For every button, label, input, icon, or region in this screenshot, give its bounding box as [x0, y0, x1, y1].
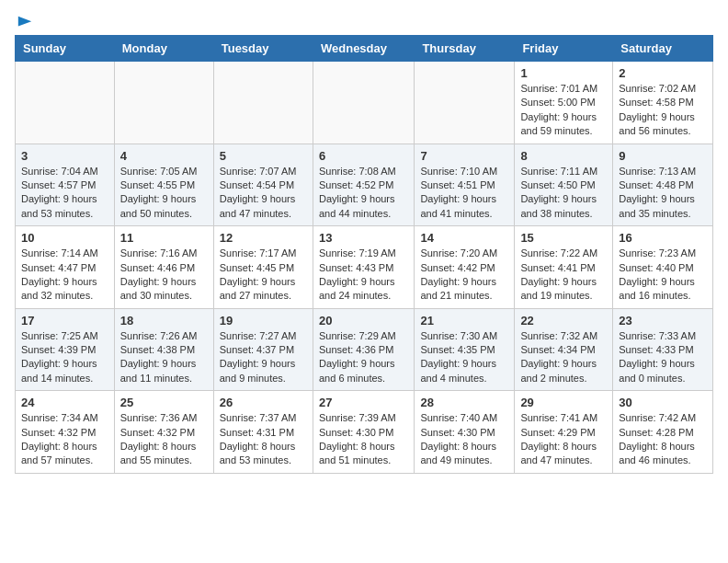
day-info: Sunrise: 7:16 AM Sunset: 4:46 PM Dayligh…: [120, 247, 208, 304]
day-info: Sunrise: 7:36 AM Sunset: 4:32 PM Dayligh…: [120, 411, 208, 468]
calendar-day-cell: 6Sunrise: 7:08 AM Sunset: 4:52 PM Daylig…: [313, 144, 414, 226]
day-number: 27: [319, 396, 408, 409]
day-number: 3: [21, 149, 108, 163]
weekday-header-monday: Monday: [114, 36, 213, 62]
day-number: 30: [619, 396, 707, 409]
day-info: Sunrise: 7:22 AM Sunset: 4:41 PM Dayligh…: [520, 247, 607, 304]
calendar-day-cell: 17Sunrise: 7:25 AM Sunset: 4:39 PM Dayli…: [16, 308, 115, 391]
day-info: Sunrise: 7:14 AM Sunset: 4:47 PM Dayligh…: [21, 247, 108, 304]
calendar-day-cell: 2Sunrise: 7:02 AM Sunset: 4:58 PM Daylig…: [613, 62, 713, 144]
calendar-day-cell: 8Sunrise: 7:11 AM Sunset: 4:50 PM Daylig…: [515, 144, 613, 226]
weekday-header-friday: Friday: [515, 36, 613, 62]
calendar-day-cell: 29Sunrise: 7:41 AM Sunset: 4:29 PM Dayli…: [515, 391, 613, 474]
day-info: Sunrise: 7:26 AM Sunset: 4:38 PM Dayligh…: [120, 329, 208, 386]
weekday-header-sunday: Sunday: [16, 36, 115, 62]
day-number: 7: [420, 149, 508, 163]
calendar-day-cell: 28Sunrise: 7:40 AM Sunset: 4:30 PM Dayli…: [415, 391, 515, 474]
calendar-day-cell: [16, 62, 115, 144]
day-number: 6: [319, 149, 408, 163]
logo: [15, 15, 33, 28]
day-number: 19: [220, 314, 307, 327]
calendar-day-cell: [313, 62, 414, 144]
day-number: 8: [520, 149, 607, 163]
calendar-day-cell: 13Sunrise: 7:19 AM Sunset: 4:43 PM Dayli…: [313, 226, 414, 309]
calendar-day-cell: [114, 62, 213, 144]
calendar-day-cell: [415, 62, 515, 144]
calendar-day-cell: 22Sunrise: 7:32 AM Sunset: 4:34 PM Dayli…: [515, 308, 613, 391]
calendar-day-cell: [213, 62, 313, 144]
calendar-table: SundayMondayTuesdayWednesdayThursdayFrid…: [15, 35, 713, 474]
day-info: Sunrise: 7:40 AM Sunset: 4:30 PM Dayligh…: [420, 411, 508, 468]
day-number: 22: [520, 314, 607, 327]
day-number: 16: [619, 231, 707, 245]
calendar-day-cell: 30Sunrise: 7:42 AM Sunset: 4:28 PM Dayli…: [613, 391, 713, 474]
day-info: Sunrise: 7:11 AM Sunset: 4:50 PM Dayligh…: [520, 165, 607, 222]
day-number: 24: [21, 396, 108, 409]
day-info: Sunrise: 7:07 AM Sunset: 4:54 PM Dayligh…: [220, 165, 307, 222]
day-info: Sunrise: 7:02 AM Sunset: 4:58 PM Dayligh…: [619, 82, 707, 139]
weekday-header-thursday: Thursday: [415, 36, 515, 62]
day-info: Sunrise: 7:30 AM Sunset: 4:35 PM Dayligh…: [420, 329, 508, 386]
calendar-day-cell: 27Sunrise: 7:39 AM Sunset: 4:30 PM Dayli…: [313, 391, 414, 474]
day-info: Sunrise: 7:34 AM Sunset: 4:32 PM Dayligh…: [21, 411, 108, 468]
calendar-day-cell: 21Sunrise: 7:30 AM Sunset: 4:35 PM Dayli…: [415, 308, 515, 391]
day-info: Sunrise: 7:23 AM Sunset: 4:40 PM Dayligh…: [619, 247, 707, 304]
day-info: Sunrise: 7:25 AM Sunset: 4:39 PM Dayligh…: [21, 329, 108, 386]
calendar-day-cell: 1Sunrise: 7:01 AM Sunset: 5:00 PM Daylig…: [515, 62, 613, 144]
calendar-day-cell: 9Sunrise: 7:13 AM Sunset: 4:48 PM Daylig…: [613, 144, 713, 226]
day-number: 26: [220, 396, 307, 409]
calendar-day-cell: 19Sunrise: 7:27 AM Sunset: 4:37 PM Dayli…: [213, 308, 313, 391]
calendar-day-cell: 16Sunrise: 7:23 AM Sunset: 4:40 PM Dayli…: [613, 226, 713, 309]
day-number: 2: [619, 66, 707, 80]
day-number: 13: [319, 231, 408, 245]
calendar-day-cell: 11Sunrise: 7:16 AM Sunset: 4:46 PM Dayli…: [114, 226, 213, 309]
day-info: Sunrise: 7:13 AM Sunset: 4:48 PM Dayligh…: [619, 165, 707, 222]
day-info: Sunrise: 7:19 AM Sunset: 4:43 PM Dayligh…: [319, 247, 408, 304]
calendar-week-row: 10Sunrise: 7:14 AM Sunset: 4:47 PM Dayli…: [16, 226, 713, 309]
svg-marker-0: [18, 17, 31, 27]
day-number: 18: [120, 314, 208, 327]
day-number: 11: [120, 231, 208, 245]
calendar-week-row: 1Sunrise: 7:01 AM Sunset: 5:00 PM Daylig…: [16, 62, 713, 144]
calendar-day-cell: 10Sunrise: 7:14 AM Sunset: 4:47 PM Dayli…: [16, 226, 115, 309]
day-number: 21: [420, 314, 508, 327]
day-number: 25: [120, 396, 208, 409]
day-number: 14: [420, 231, 508, 245]
calendar-day-cell: 5Sunrise: 7:07 AM Sunset: 4:54 PM Daylig…: [213, 144, 313, 226]
calendar-day-cell: 3Sunrise: 7:04 AM Sunset: 4:57 PM Daylig…: [16, 144, 115, 226]
weekday-header-tuesday: Tuesday: [213, 36, 313, 62]
day-number: 5: [220, 149, 307, 163]
logo-flag-icon: [17, 15, 33, 31]
day-info: Sunrise: 7:04 AM Sunset: 4:57 PM Dayligh…: [21, 165, 108, 222]
day-info: Sunrise: 7:27 AM Sunset: 4:37 PM Dayligh…: [220, 329, 307, 386]
calendar-week-row: 24Sunrise: 7:34 AM Sunset: 4:32 PM Dayli…: [16, 391, 713, 474]
calendar-week-row: 17Sunrise: 7:25 AM Sunset: 4:39 PM Dayli…: [16, 308, 713, 391]
calendar-week-row: 3Sunrise: 7:04 AM Sunset: 4:57 PM Daylig…: [16, 144, 713, 226]
weekday-header-saturday: Saturday: [613, 36, 713, 62]
calendar-day-cell: 14Sunrise: 7:20 AM Sunset: 4:42 PM Dayli…: [415, 226, 515, 309]
day-number: 15: [520, 231, 607, 245]
day-info: Sunrise: 7:33 AM Sunset: 4:33 PM Dayligh…: [619, 329, 707, 386]
calendar-day-cell: 24Sunrise: 7:34 AM Sunset: 4:32 PM Dayli…: [16, 391, 115, 474]
calendar-day-cell: 4Sunrise: 7:05 AM Sunset: 4:55 PM Daylig…: [114, 144, 213, 226]
calendar-day-cell: 7Sunrise: 7:10 AM Sunset: 4:51 PM Daylig…: [415, 144, 515, 226]
calendar-day-cell: 25Sunrise: 7:36 AM Sunset: 4:32 PM Dayli…: [114, 391, 213, 474]
day-info: Sunrise: 7:17 AM Sunset: 4:45 PM Dayligh…: [220, 247, 307, 304]
day-info: Sunrise: 7:10 AM Sunset: 4:51 PM Dayligh…: [420, 165, 508, 222]
day-number: 17: [21, 314, 108, 327]
weekday-header-row: SundayMondayTuesdayWednesdayThursdayFrid…: [16, 36, 713, 62]
day-info: Sunrise: 7:41 AM Sunset: 4:29 PM Dayligh…: [520, 411, 607, 468]
weekday-header-wednesday: Wednesday: [313, 36, 414, 62]
day-info: Sunrise: 7:01 AM Sunset: 5:00 PM Dayligh…: [520, 82, 607, 139]
calendar-day-cell: 15Sunrise: 7:22 AM Sunset: 4:41 PM Dayli…: [515, 226, 613, 309]
day-number: 20: [319, 314, 408, 327]
calendar-day-cell: 26Sunrise: 7:37 AM Sunset: 4:31 PM Dayli…: [213, 391, 313, 474]
day-number: 10: [21, 231, 108, 245]
day-info: Sunrise: 7:20 AM Sunset: 4:42 PM Dayligh…: [420, 247, 508, 304]
day-info: Sunrise: 7:39 AM Sunset: 4:30 PM Dayligh…: [319, 411, 408, 468]
calendar-day-cell: 20Sunrise: 7:29 AM Sunset: 4:36 PM Dayli…: [313, 308, 414, 391]
day-info: Sunrise: 7:29 AM Sunset: 4:36 PM Dayligh…: [319, 329, 408, 386]
calendar-day-cell: 12Sunrise: 7:17 AM Sunset: 4:45 PM Dayli…: [213, 226, 313, 309]
day-number: 28: [420, 396, 508, 409]
day-info: Sunrise: 7:32 AM Sunset: 4:34 PM Dayligh…: [520, 329, 607, 386]
